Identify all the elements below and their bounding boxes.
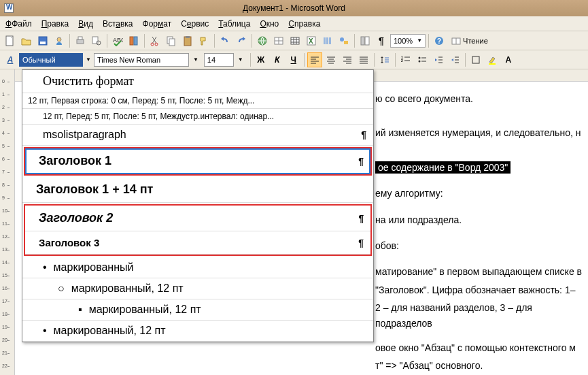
- permission-button[interactable]: [52, 33, 67, 48]
- doc-line: ий изменяется нумерация, и следовательно…: [375, 125, 584, 140]
- paragraph-icon: ¶: [358, 213, 364, 224]
- doc-line: ему алгоритму:: [375, 186, 584, 201]
- italic-button[interactable]: К: [270, 52, 285, 67]
- svg-rect-34: [365, 37, 369, 45]
- svg-rect-21: [291, 37, 299, 44]
- hyperlink-button[interactable]: [255, 33, 270, 48]
- square-bullet-icon: ▪: [78, 304, 82, 316]
- doc-line: овое окно "Абзац" с помощью контекстного…: [375, 340, 584, 355]
- research-button[interactable]: [126, 33, 141, 48]
- style-item-bulleted-12b[interactable]: ▪маркированный, 12 пт: [22, 299, 373, 321]
- style-combo[interactable]: Обычный: [19, 53, 83, 67]
- menu-tools[interactable]: Сервис: [181, 19, 209, 29]
- doc-line: ое содержание в "Ворд 2003": [375, 160, 584, 175]
- excel-button[interactable]: X: [304, 33, 319, 48]
- align-center-button[interactable]: [324, 52, 339, 67]
- svg-rect-10: [134, 37, 137, 45]
- decrease-indent-button[interactable]: [431, 52, 446, 67]
- font-color-button[interactable]: A: [501, 52, 516, 67]
- style-item-heading-2[interactable]: Заголовок 2¶: [25, 206, 370, 231]
- svg-rect-29: [326, 37, 328, 44]
- menu-view[interactable]: Вид: [78, 19, 93, 29]
- justify-button[interactable]: [356, 52, 371, 67]
- borders-button[interactable]: [468, 52, 483, 67]
- align-left-button[interactable]: [307, 52, 322, 67]
- print-button[interactable]: [73, 33, 88, 48]
- style-item-heading-3[interactable]: Заголовок 3¶: [25, 231, 370, 255]
- svg-rect-6: [92, 37, 98, 44]
- doc-line: на или подраздела.: [375, 212, 584, 227]
- format-toolbar: A Обычный ▼ Times New Roman ▼ 14 ▼ Ж К Ч…: [0, 50, 588, 69]
- tables-borders-button[interactable]: [271, 33, 286, 48]
- bold-button[interactable]: Ж: [254, 52, 269, 67]
- paste-button[interactable]: [180, 33, 195, 48]
- style-item-bulleted[interactable]: •маркированный: [22, 257, 373, 278]
- doc-line: 2 – для названий разделов, 3 – для подра…: [375, 300, 584, 331]
- highlight-button[interactable]: [485, 52, 500, 67]
- style-item-bulleted-12a[interactable]: ○маркированный, 12 пт: [22, 278, 373, 299]
- print-preview-button[interactable]: [89, 33, 104, 48]
- size-combo[interactable]: 14: [204, 53, 234, 67]
- style-item-heading-1[interactable]: Заголовок 1¶: [25, 148, 370, 174]
- save-button[interactable]: [35, 33, 50, 48]
- menu-table[interactable]: Таблица: [218, 19, 250, 29]
- reading-mode-button[interactable]: Чтение: [448, 33, 491, 48]
- app-icon: [4, 3, 14, 13]
- svg-text:ABC: ABC: [113, 37, 123, 44]
- menu-format[interactable]: Формат: [143, 19, 172, 29]
- numbering-button[interactable]: 12: [398, 52, 413, 67]
- style-item-msolist[interactable]: msolistparagraph¶: [22, 125, 373, 146]
- font-combo[interactable]: Times New Roman: [94, 53, 189, 67]
- help-button[interactable]: ?: [432, 33, 447, 48]
- titlebar: Документ1 - Microsoft Word: [0, 0, 588, 16]
- svg-rect-2: [40, 42, 46, 44]
- drawing-button[interactable]: [336, 33, 351, 48]
- underline-button[interactable]: Ч: [286, 52, 301, 67]
- menu-help[interactable]: Справка: [288, 19, 320, 29]
- doc-map-button[interactable]: [358, 33, 373, 48]
- doc-line: ю со всего документа.: [375, 91, 584, 106]
- style-item-bulleted-12c[interactable]: •маркированный, 12 пт: [22, 321, 373, 342]
- standard-toolbar: ABC X ¶ 100%▼ ? Чтение: [0, 31, 588, 50]
- copy-button[interactable]: [164, 33, 179, 48]
- svg-point-31: [340, 37, 344, 42]
- menu-edit[interactable]: Правка: [41, 19, 69, 29]
- window-title: Документ1 - Microsoft Word: [243, 3, 345, 13]
- style-dropdown: Очистить формат 12 пт, Первая строка: 0 …: [22, 69, 374, 342]
- svg-text:2: 2: [401, 59, 403, 63]
- circle-bullet-icon: ○: [58, 282, 65, 295]
- format-painter-button[interactable]: [196, 33, 211, 48]
- menu-window[interactable]: Окно: [260, 19, 279, 29]
- style-item[interactable]: 12 пт, Перед: 5 пт, После: 5 пт, Междуст…: [22, 109, 373, 125]
- columns-button[interactable]: [320, 33, 335, 48]
- line-spacing-button[interactable]: [377, 52, 392, 67]
- redo-button[interactable]: [234, 33, 249, 48]
- svg-rect-4: [77, 39, 84, 44]
- svg-rect-16: [186, 36, 190, 38]
- svg-rect-73: [472, 56, 479, 63]
- svg-point-64: [418, 60, 420, 62]
- show-hide-button[interactable]: ¶: [374, 33, 389, 48]
- svg-rect-5: [78, 37, 82, 39]
- bullets-button[interactable]: [415, 52, 430, 67]
- insert-table-button[interactable]: [288, 33, 302, 48]
- svg-point-63: [418, 56, 420, 59]
- menu-file[interactable]: ФФайл: [5, 19, 32, 29]
- clear-format-item[interactable]: Очистить формат: [22, 70, 373, 93]
- cut-button[interactable]: [148, 33, 162, 48]
- zoom-combo[interactable]: 100%▼: [390, 34, 426, 48]
- svg-rect-30: [329, 37, 331, 44]
- styles-pane-button[interactable]: A: [3, 52, 18, 67]
- paragraph-icon: ¶: [358, 238, 364, 248]
- menu-insert[interactable]: Вставка: [103, 19, 133, 29]
- spellcheck-button[interactable]: ABC: [110, 33, 125, 48]
- style-item[interactable]: 12 пт, Первая строка: 0 см, Перед: 5 пт,…: [22, 93, 373, 109]
- increase-indent-button[interactable]: [447, 52, 462, 67]
- open-button[interactable]: [19, 33, 34, 48]
- disc-bullet-icon: •: [43, 261, 47, 274]
- align-right-button[interactable]: [340, 52, 355, 67]
- style-item-heading-1-14[interactable]: Заголовок 1 + 14 пт: [22, 177, 373, 203]
- new-doc-button[interactable]: [3, 33, 18, 48]
- disc-bullet-icon: •: [43, 325, 47, 337]
- undo-button[interactable]: [218, 33, 232, 48]
